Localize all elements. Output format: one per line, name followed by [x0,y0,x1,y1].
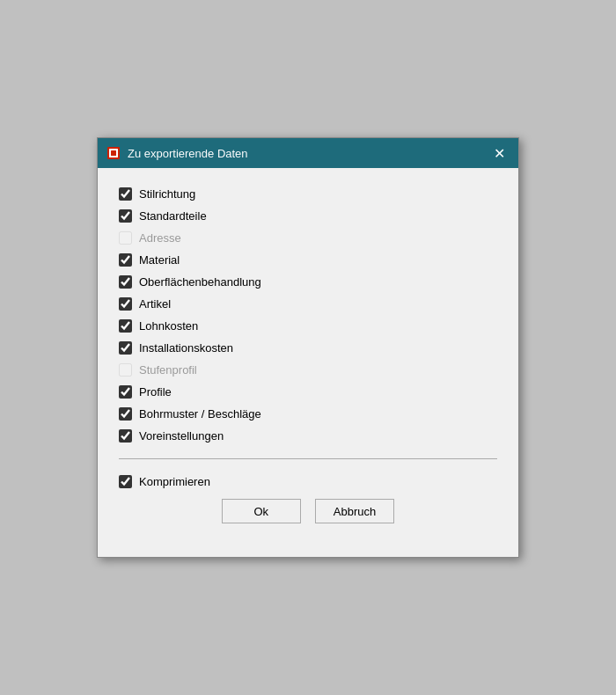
checkbox-lohnkosten[interactable] [119,319,132,333]
checkbox-item-adresse: Adresse [119,230,497,246]
checkbox-item-profile: Profile [119,384,497,400]
checkbox-item-voreinstellungen: Voreinstellungen [119,428,497,444]
app-icon [106,146,121,160]
checkbox-item-installationskosten: Installationskosten [119,340,497,356]
button-row: Ok Abbruch [119,490,497,539]
checkbox-oberflaechenbehandlung[interactable] [119,275,132,289]
svg-rect-2 [111,150,116,156]
komprimieren-checkbox[interactable] [119,475,132,488]
label-stufenprofil: Stufenprofil [139,363,197,377]
export-dialog: Zu exportierende Daten ✕ StilrichtungSta… [97,137,519,558]
checkbox-item-stufenprofil: Stufenprofil [119,362,497,378]
checkbox-stufenprofil [119,363,132,377]
checkbox-profile[interactable] [119,385,132,399]
checkbox-item-standardteile: Standardteile [119,208,497,224]
checkbox-artikel[interactable] [119,297,132,311]
label-material: Material [139,253,180,267]
ok-button[interactable]: Ok [222,499,301,523]
label-bohrmuster: Bohrmuster / Beschläge [139,407,261,421]
checkbox-item-material: Material [119,252,497,268]
checkbox-voreinstellungen[interactable] [119,429,132,443]
checkbox-material[interactable] [119,253,132,267]
label-standardteile: Standardteile [139,209,207,223]
label-profile: Profile [139,385,172,399]
checkbox-item-oberflaechenbehandlung: Oberflächenbehandlung [119,274,497,290]
checkbox-stilrichtung[interactable] [119,187,132,201]
checkbox-bohrmuster[interactable] [119,407,132,421]
title-bar: Zu exportierende Daten ✕ [98,138,518,168]
checkbox-item-stilrichtung: Stilrichtung [119,186,497,202]
komprimieren-item: Komprimieren [119,473,497,490]
dialog-content: StilrichtungStandardteileAdresseMaterial… [98,168,518,557]
divider [119,458,497,459]
checkbox-list: StilrichtungStandardteileAdresseMaterial… [119,186,497,444]
close-button[interactable]: ✕ [488,143,510,164]
label-stilrichtung: Stilrichtung [139,187,195,201]
checkbox-standardteile[interactable] [119,209,132,223]
label-installationskosten: Installationskosten [139,341,233,355]
label-lohnkosten: Lohnkosten [139,319,198,333]
label-artikel: Artikel [139,297,171,311]
checkbox-item-artikel: Artikel [119,296,497,312]
cancel-button[interactable]: Abbruch [315,499,394,523]
dialog-title: Zu exportierende Daten [128,147,248,160]
komprimieren-label: Komprimieren [139,475,210,488]
checkbox-item-lohnkosten: Lohnkosten [119,318,497,334]
label-voreinstellungen: Voreinstellungen [139,429,224,443]
label-adresse: Adresse [139,231,181,245]
checkbox-installationskosten[interactable] [119,341,132,355]
checkbox-adresse [119,231,132,245]
label-oberflaechenbehandlung: Oberflächenbehandlung [139,275,261,289]
checkbox-item-bohrmuster: Bohrmuster / Beschläge [119,406,497,422]
title-bar-left: Zu exportierende Daten [106,146,248,160]
